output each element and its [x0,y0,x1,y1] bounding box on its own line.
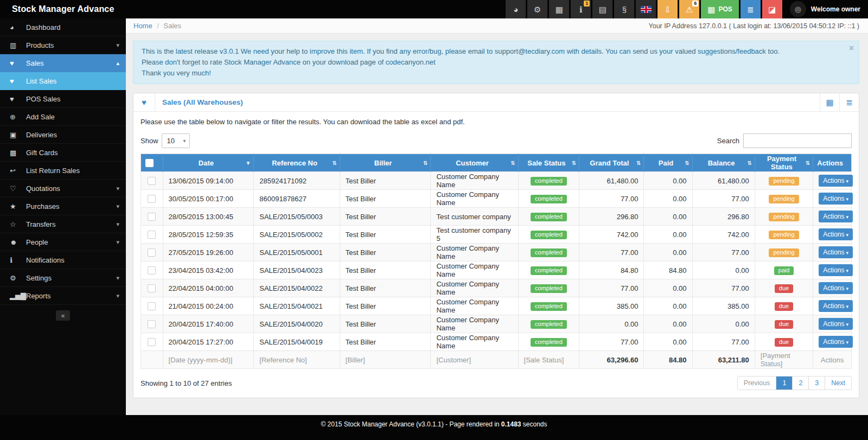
sidebar-item-settings[interactable]: ⚙Settings▾ [0,269,126,287]
column-header-date[interactable]: Date▼ [163,154,254,172]
cell-grand-total: 61,480.00 [579,172,644,190]
breadcrumb-home-link[interactable]: Home [133,22,152,30]
sidebar-item-sales[interactable]: ♥Sales▴ [0,54,126,72]
cell-paid: 0.00 [644,226,692,244]
row-checkbox[interactable] [148,302,156,310]
row-checkbox[interactable] [148,195,156,203]
sidebar-item-add-sale[interactable]: ⊕Add Sale [0,108,126,126]
actions-button[interactable]: Actions▾ [819,246,853,258]
column-header-sale_status[interactable]: Sale Status⇅ [518,154,579,172]
styles-button[interactable]: § [614,0,634,18]
footer-reference: [Reference No] [254,351,340,369]
row-checkbox[interactable] [148,338,156,346]
row-checkbox[interactable] [148,248,156,257]
sidebar-item-gift-cards[interactable]: ▩Gift Cards [0,144,126,162]
sidebar-collapse-button[interactable]: « [56,310,70,321]
chevron-down-icon: ▾ [116,221,119,228]
select-all-checkbox[interactable] [145,159,154,167]
pagination-page-2[interactable]: 2 [792,377,808,390]
row-checkbox[interactable] [148,213,156,221]
pagination-next[interactable]: Next [825,377,851,390]
column-header-payment_status[interactable]: Payment Status⇅ [755,154,813,172]
calendar-button[interactable]: ▤ [592,0,612,18]
info-button[interactable]: ℹ1 [571,0,591,18]
sidebar-item-transfers[interactable]: ☆Transfers▾ [0,215,126,233]
sidebar-item-purchases[interactable]: ★Purchases▾ [0,197,126,215]
row-checkbox[interactable] [148,320,156,328]
column-header-biller[interactable]: Biller⇅ [340,154,431,172]
export-pdf-icon[interactable]: ≣ [839,93,859,111]
sidebar-item-people[interactable]: ☻People▾ [0,233,126,251]
dashboard-button[interactable]: ◕ [506,0,526,18]
sort-icon[interactable]: ⇅ [636,160,641,166]
actions-button[interactable]: Actions▾ [819,300,853,312]
cell-biller: Test Biller [340,190,431,208]
sidebar-item-pos-sales[interactable]: ♥POS Sales [0,90,126,108]
actions-button[interactable]: Actions▾ [819,175,853,187]
sidebar-item-list-return-sales[interactable]: ↩List Return Sales [0,162,126,180]
pagination-previous[interactable]: Previous [738,377,776,390]
row-checkbox[interactable] [148,266,156,275]
sidebar-item-deliveries[interactable]: ▣Deliveries [0,126,126,144]
actions-button[interactable]: Actions▾ [819,318,853,330]
alerts-button[interactable]: ⚠6 [679,0,699,18]
column-header-customer[interactable]: Customer⇅ [431,154,518,172]
language-button[interactable] [636,0,656,18]
sidebar-item-notifications[interactable]: ℹNotifications [0,251,126,269]
sidebar-item-reports[interactable]: ▂▅▇Reports▾ [0,287,126,305]
avatar[interactable]: ☻ [790,1,806,17]
payment-status-badge: pending [769,195,799,203]
alert-close-button[interactable]: × [849,43,854,53]
page-length-select[interactable]: 10 ▾ [162,133,190,148]
pagination-page-3[interactable]: 3 [808,377,825,390]
actions-button[interactable]: Actions▾ [819,336,853,348]
cell-reference: 285924171092 [254,172,340,190]
actions-button[interactable]: Actions▾ [819,228,853,240]
truck-icon: ▣ [10,131,26,139]
actions-button[interactable]: Actions▾ [819,264,853,276]
row-checkbox[interactable] [148,177,156,185]
sort-icon[interactable]: ⇅ [685,160,689,166]
download-button[interactable]: ⇩ [658,0,678,18]
cell-paid: 0.00 [644,208,692,226]
cell-sale-status: completed [518,333,579,351]
sidebar-item-label: Products [26,41,116,49]
row-checkbox[interactable] [148,231,156,239]
actions-button[interactable]: Actions▾ [819,211,853,222]
column-header-grand_total[interactable]: Grand Total⇅ [579,154,644,172]
calculator-button[interactable]: ▦ [549,0,569,18]
actions-button[interactable]: Actions▾ [819,282,853,294]
pagination-page-1[interactable]: 1 [776,377,792,390]
export-excel-icon[interactable]: ▦ [820,93,839,111]
pos-button[interactable]: ▦POS [701,0,739,18]
sidebar-item-dashboard[interactable]: ◕Dashboard [0,18,126,36]
sidebar-item-list-sales[interactable]: ♥List Sales [0,72,126,90]
column-label: Balance [708,159,735,167]
content: × This is the latest release v3.0.1 We n… [126,34,868,415]
sale-status-badge: completed [531,320,567,329]
sidebar-item-products[interactable]: ▥Products▾ [0,36,126,54]
row-checkbox[interactable] [148,284,156,292]
sort-icon[interactable]: ⇅ [806,160,810,166]
footer-paid: 84.80 [644,351,692,369]
chevron-down-icon: ▾ [116,203,119,210]
actions-button[interactable]: Actions▾ [819,193,853,205]
column-header-ref[interactable]: Reference No⇅ [254,154,340,172]
sidebar-item-quotations[interactable]: ♡Quotations▾ [0,180,126,197]
clear-cache-button[interactable]: ◪ [762,0,782,18]
column-header-balance[interactable]: Balance⇅ [692,154,755,172]
sort-icon[interactable]: ⇅ [747,160,751,166]
sort-icon[interactable]: ▼ [245,160,251,166]
sort-icon[interactable]: ⇅ [572,160,576,166]
sort-icon[interactable]: ⇅ [510,160,515,166]
settings-button[interactable]: ⚙ [527,0,547,18]
cell-date: 13/06/2015 09:14:00 [163,172,254,190]
sidebar-item-label: Sales [26,59,116,67]
cell-customer: Customer Company Name [431,244,518,262]
search-input[interactable] [743,133,852,148]
sort-icon[interactable]: ⇅ [332,160,336,166]
column-header-paid[interactable]: Paid⇅ [644,154,692,172]
sort-icon[interactable]: ⇅ [423,160,427,166]
list-button[interactable]: ≣ [741,0,761,18]
column-header-actions[interactable]: Actions [813,154,852,172]
